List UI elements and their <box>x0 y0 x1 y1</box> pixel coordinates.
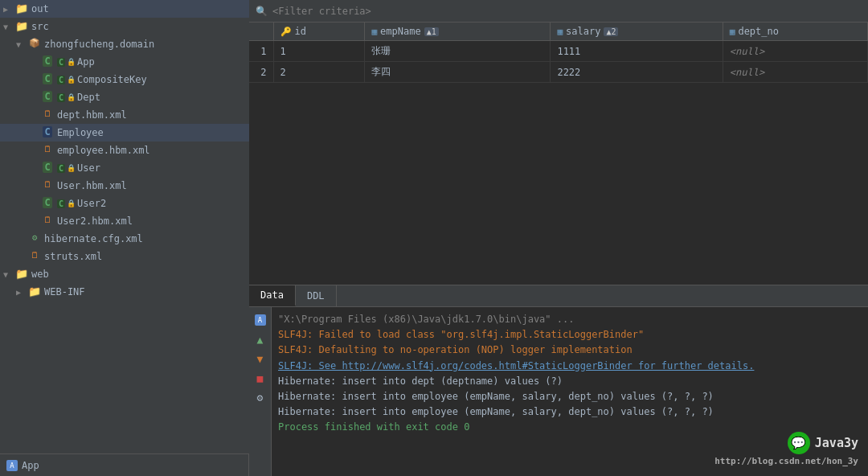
tree-icon: 🗒 <box>40 144 55 157</box>
tree-item-dept-hbm[interactable]: 🗒dept.hbm.xml <box>0 106 249 124</box>
tree-item-User[interactable]: C C 🔒 User <box>0 159 249 177</box>
watermark: 💬 Java3y http://blog.csdn.net/hon_3y <box>714 432 858 466</box>
tree-icon: 📁 <box>14 20 29 33</box>
tree-icon: 📁 <box>27 285 42 298</box>
cell-id[interactable]: 1 <box>273 41 365 62</box>
tree-icon: C <box>40 197 55 210</box>
console-side-icons: A ▲ ▼ ■ ⚙ <box>249 307 272 476</box>
console-line: SLF4J: Defaulting to no-operation (NOP) … <box>278 343 862 358</box>
tree-arrow: ▼ <box>3 270 14 279</box>
tree-item-CompositeKey[interactable]: C C 🔒 CompositeKey <box>0 71 249 88</box>
tree-item-employee-hbm[interactable]: 🗒employee.hbm.xml <box>0 142 249 159</box>
tree-label: User2.hbm.xml <box>57 215 133 227</box>
col-label: salary <box>566 26 600 37</box>
row-num: 1 <box>249 41 273 62</box>
tree-item-struts-xml[interactable]: 🗒struts.xml <box>0 248 249 265</box>
tree-item-User-hbm[interactable]: 🗒User.hbm.xml <box>0 177 249 195</box>
console-line: Hibernate: insert into employee (empName… <box>278 404 862 420</box>
tree-label: hibernate.cfg.xml <box>44 233 143 244</box>
tab-data[interactable]: Data <box>249 285 296 306</box>
app-label-text: App <box>22 460 39 471</box>
col-label: dept_no <box>738 26 779 37</box>
cell-salary[interactable]: 1111 <box>551 41 723 62</box>
tree-item-Dept[interactable]: C C 🔒 Dept <box>0 88 249 106</box>
app-square-icon: A <box>6 460 18 471</box>
tree-label: User.hbm.xml <box>57 180 127 191</box>
sort-badge: ▲2 <box>604 27 618 36</box>
tree-item-out[interactable]: ▶📁out <box>0 0 249 18</box>
tree-icon: C <box>40 55 55 68</box>
tree-icon: 🗒 <box>40 109 55 121</box>
cell-id[interactable]: 2 <box>273 62 365 83</box>
tree-item-domain-pkg[interactable]: ▼📦zhongfucheng.domain <box>0 35 249 53</box>
row-num: 2 <box>249 62 273 83</box>
tab-ddl[interactable]: DDL <box>296 285 337 306</box>
col-icon: ▦ <box>371 27 377 37</box>
tree-arrow: ▼ <box>3 23 14 31</box>
tree-item-User2[interactable]: C C 🔒 User2 <box>0 195 249 212</box>
table-row[interactable]: 22李四2222<null> <box>249 62 868 83</box>
console-line: "X:\Program Files (x86)\Java\jdk1.7.0\bi… <box>278 312 862 327</box>
tree-arrow: ▶ <box>3 5 14 14</box>
col-label: id <box>295 26 306 37</box>
build-btn[interactable]: ⚙ <box>252 389 268 405</box>
tree-label: zhongfucheng.domain <box>44 39 154 50</box>
tree-icon: C <box>40 162 55 174</box>
filter-placeholder[interactable]: <Filter criteria> <box>272 6 371 17</box>
tree-icon: C <box>40 126 55 139</box>
watermark-url: http://blog.csdn.net/hon_3y <box>714 456 858 466</box>
scroll-up-btn[interactable]: ▲ <box>252 331 268 347</box>
file-tree: ▶📁out▼📁src▼📦zhongfucheng.domainC C 🔒 App… <box>0 0 249 453</box>
col-icon: ▦ <box>730 27 735 37</box>
col-label: empName <box>380 26 421 37</box>
col-header-dept_no[interactable]: ▦dept_no <box>723 23 867 41</box>
cell-dept_no[interactable]: <null> <box>723 41 867 62</box>
key-icon: 🔑 <box>280 27 292 37</box>
tree-item-web[interactable]: ▼📁web <box>0 265 249 283</box>
tree-label: User2 <box>77 198 106 209</box>
tree-icon: 🗒 <box>40 179 55 192</box>
tree-label: dept.hbm.xml <box>57 109 127 121</box>
tree-item-src[interactable]: ▼📁src <box>0 18 249 35</box>
tab-bar: DataDDL <box>249 285 868 307</box>
cell-salary[interactable]: 2222 <box>551 62 723 83</box>
tree-icon: 📁 <box>14 268 29 281</box>
cell-empName[interactable]: 张珊 <box>365 41 551 62</box>
tree-item-Employee[interactable]: CEmployee <box>0 124 249 142</box>
wechat-icon: 💬 <box>788 432 810 454</box>
console-line: SLF4J: Failed to load class "org.slf4j.i… <box>278 327 862 343</box>
stop-btn[interactable]: ■ <box>252 370 268 386</box>
tree-label: CompositeKey <box>77 74 147 85</box>
table-row[interactable]: 11张珊1111<null> <box>249 41 868 62</box>
tree-label: web <box>31 269 49 280</box>
data-table: 🔑id▦empName▲1▦salary▲2▦dept_no 11张珊1111<… <box>249 23 868 83</box>
cell-empName[interactable]: 李四 <box>365 62 551 83</box>
tree-item-User2-hbm[interactable]: 🗒User2.hbm.xml <box>0 212 249 230</box>
console-line: Hibernate: insert into dept (deptname) v… <box>278 374 862 389</box>
filter-bar: 🔍 <Filter criteria> <box>249 0 868 23</box>
col-header-empName[interactable]: ▦empName▲1 <box>365 23 551 41</box>
tree-item-WEB-INF[interactable]: ▶📁WEB-INF <box>0 283 249 301</box>
tree-icon: 🗒 <box>27 250 42 263</box>
table-area: 🔑id▦empName▲1▦salary▲2▦dept_no 11张珊1111<… <box>249 23 868 285</box>
tree-item-hibernate-cfg[interactable]: ⚙hibernate.cfg.xml <box>0 230 249 248</box>
col-header-salary[interactable]: ▦salary▲2 <box>551 23 723 41</box>
scroll-down-btn[interactable]: ▼ <box>252 351 268 367</box>
tree-icon: 📁 <box>14 2 29 15</box>
console-line: SLF4J: See http://www.slf4j.org/codes.ht… <box>278 359 862 374</box>
tree-label: employee.hbm.xml <box>57 145 150 156</box>
main-panel: 🔍 <Filter criteria> 🔑id▦empName▲1▦salary… <box>249 0 868 476</box>
sidebar-app-label: AApp <box>0 453 249 476</box>
col-icon: ▦ <box>557 27 563 37</box>
tree-label: WEB-INF <box>44 286 85 298</box>
sidebar: ▶📁out▼📁src▼📦zhongfucheng.domainC C 🔒 App… <box>0 0 249 476</box>
tree-label: src <box>31 21 49 32</box>
tree-label: Employee <box>57 127 104 138</box>
cell-dept_no[interactable]: <null> <box>723 62 867 83</box>
tree-label: out <box>31 3 49 14</box>
watermark-name: Java3y <box>815 436 858 450</box>
col-header-id[interactable]: 🔑id <box>273 23 365 41</box>
tree-icon: C <box>40 91 55 104</box>
tree-item-App[interactable]: C C 🔒 App <box>0 53 249 71</box>
tree-label: App <box>77 56 95 68</box>
